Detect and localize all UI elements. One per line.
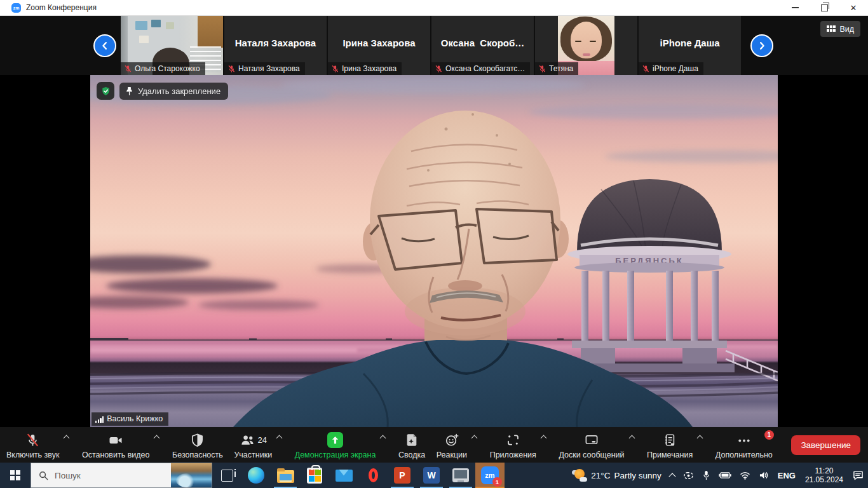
system-tray: 21°C Partly sunny: [571, 463, 868, 488]
participants-options-chevron[interactable]: [276, 435, 283, 440]
whiteboards-button[interactable]: Доски сообщений: [555, 427, 639, 463]
weather-condition: Partly sunny: [614, 471, 661, 480]
taskbar-app-mail[interactable]: [329, 463, 358, 488]
taskbar-app-store[interactable]: [300, 463, 329, 488]
chevron-left-icon: [99, 40, 111, 51]
time-label: 11:20: [805, 466, 843, 475]
share-screen-button[interactable]: Демонстрация экрана: [291, 427, 391, 463]
microphone-indicator-button[interactable]: [701, 470, 712, 480]
action-center-button[interactable]: [851, 470, 865, 480]
start-button[interactable]: [0, 463, 31, 488]
window-title: Zoom Конференция: [26, 3, 97, 12]
window-titlebar: zm Zoom Конференция ✕: [0, 0, 868, 16]
clock-button[interactable]: 11:20 21.05.2024: [803, 466, 846, 484]
share-options-chevron[interactable]: [379, 435, 386, 440]
minimize-icon: [792, 7, 799, 8]
close-button[interactable]: ✕: [839, 0, 868, 15]
security-button[interactable]: Безопасность: [168, 427, 227, 463]
participant-big-name: Наталя Захарова: [224, 37, 327, 48]
filmstrip-prev-button[interactable]: [93, 34, 116, 57]
tray-expand-button[interactable]: [668, 472, 676, 479]
unmute-button[interactable]: Включить звук: [3, 427, 74, 463]
search-highlight-image[interactable]: [171, 463, 212, 487]
main-stage: БЕРДЯНСЬК: [0, 75, 868, 427]
taskbar-app-opera[interactable]: [358, 463, 388, 488]
mail-icon: [336, 470, 353, 482]
remove-pin-button[interactable]: Удалить закрепление: [119, 83, 228, 100]
participant-thumbnail-tetiana[interactable]: Тетяна: [535, 16, 637, 75]
camera-icon: [108, 433, 123, 448]
task-view-icon: [221, 470, 233, 482]
taskbar-app-edge[interactable]: [241, 463, 271, 488]
cast-indicator-button[interactable]: [682, 471, 695, 480]
apps-options-chevron[interactable]: [540, 435, 547, 440]
apps-icon: [506, 433, 520, 447]
participant-thumbnail-oksana[interactable]: Оксана Скороб… Оксана Скоробагатс…: [431, 16, 534, 75]
participant-label: Оксана Скоробагатс…: [431, 62, 530, 75]
thumbnail-row: Ольга Старокожко Наталя Захарова Наталя …: [121, 16, 742, 75]
pinned-speaker-video[interactable]: БЕРДЯНСЬК: [90, 75, 778, 427]
zoom-app-icon: zm: [11, 3, 21, 13]
grid-view-icon: [827, 25, 836, 33]
shield-icon: [190, 433, 205, 447]
language-indicator-button[interactable]: ENG: [776, 471, 797, 480]
restore-button[interactable]: [810, 0, 839, 15]
more-icon: [736, 433, 752, 447]
participant-thumbnail-olga[interactable]: Ольга Старокожко: [121, 16, 223, 75]
weather-button[interactable]: 21°C Partly sunny: [571, 468, 662, 482]
notification-badge: 1: [764, 430, 774, 440]
reactions-options-chevron[interactable]: [471, 435, 478, 440]
notes-options-chevron[interactable]: [696, 435, 703, 440]
summary-button[interactable]: Сводка: [395, 427, 429, 463]
task-view-button[interactable]: [212, 463, 241, 488]
meeting-toolbar: Включить звук Остановить видео Безопасно…: [0, 427, 868, 463]
whiteboards-options-chevron[interactable]: [628, 435, 635, 440]
participants-button[interactable]: 24 Участники: [230, 427, 287, 463]
wifi-indicator-button[interactable]: [738, 471, 752, 480]
date-label: 21.05.2024: [805, 475, 843, 484]
more-button[interactable]: Дополнительно 1: [712, 427, 784, 463]
language-label: ENG: [778, 471, 796, 480]
security-shield-badge[interactable]: [97, 82, 114, 100]
audio-options-chevron[interactable]: [63, 435, 70, 440]
taskbar-app-file-explorer[interactable]: [271, 463, 300, 488]
battery-indicator-button[interactable]: [717, 471, 733, 479]
restore-icon: [821, 4, 828, 11]
participant-thumbnail-natalia[interactable]: Наталя Захарова Наталя Захарова: [224, 16, 327, 75]
zoom-taskbar-icon: zm 1: [481, 466, 499, 484]
search-box[interactable]: Пошук: [31, 463, 212, 488]
connection-quality-icon: [95, 416, 104, 423]
end-meeting-button[interactable]: Завершение: [791, 435, 860, 455]
taskbar-app-powerpoint[interactable]: P: [388, 463, 417, 488]
video-options-chevron[interactable]: [153, 435, 160, 440]
whiteboard-icon: [584, 433, 599, 447]
filmstrip-next-button[interactable]: [750, 34, 773, 57]
powerpoint-icon: P: [394, 467, 410, 484]
participant-label: Тетяна: [535, 62, 578, 75]
minimize-button[interactable]: [780, 0, 810, 15]
participant-label: Ірина Захарова: [328, 62, 402, 75]
muted-mic-icon: [331, 65, 339, 73]
view-button[interactable]: Вид: [820, 21, 860, 37]
weather-icon: [572, 468, 587, 482]
taskbar-app-word[interactable]: W: [417, 463, 446, 488]
volume-icon: [759, 471, 770, 480]
pin-icon: [125, 86, 133, 96]
notes-button[interactable]: Примечания: [643, 427, 708, 463]
mic-muted-icon: [25, 433, 40, 447]
volume-indicator-button[interactable]: [757, 471, 771, 480]
search-icon: [39, 471, 48, 480]
edge-browser-icon: [248, 467, 264, 484]
participant-thumbnail-iphone-dasha[interactable]: iPhone Даша iPhone Даша: [639, 16, 741, 75]
taskbar-app-zoom[interactable]: zm 1: [475, 463, 505, 488]
share-screen-icon: [327, 432, 343, 448]
participant-big-name: iPhone Даша: [639, 37, 741, 48]
reactions-button[interactable]: Реакции: [433, 427, 482, 463]
participant-thumbnail-irina[interactable]: Ірина Захарова Ірина Захарова: [328, 16, 430, 75]
action-center-icon: [853, 470, 864, 480]
apps-button[interactable]: Приложения: [486, 427, 552, 463]
taskbar-app-presentation[interactable]: [446, 463, 475, 488]
summary-icon: [405, 433, 419, 447]
participants-filmstrip: Ольга Старокожко Наталя Захарова Наталя …: [0, 16, 868, 75]
stop-video-button[interactable]: Остановить видео: [78, 427, 165, 463]
